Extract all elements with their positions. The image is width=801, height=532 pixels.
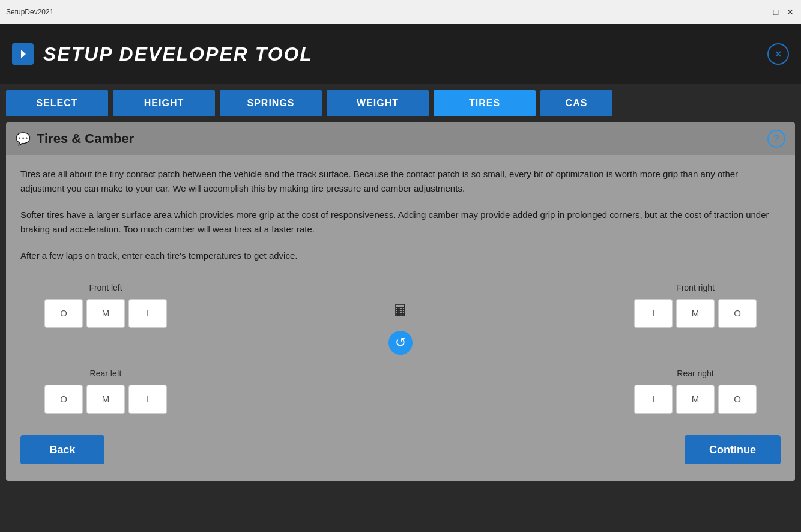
front-left-I-input[interactable]: I <box>128 299 167 328</box>
title-bar-text: SetupDev2021 <box>6 8 53 16</box>
tab-tires[interactable]: TIRES <box>434 90 536 116</box>
rear-left-inputs: O M I <box>44 385 167 414</box>
section-panel: 💬 Tires & Camber ? Tires are all about t… <box>6 122 795 481</box>
rear-left-M-input[interactable]: M <box>86 385 125 414</box>
tire-group-front-left: Front left O M I <box>44 281 167 328</box>
footer-buttons: Back Continue <box>20 426 781 469</box>
tab-select[interactable]: SELECT <box>6 90 108 116</box>
rear-right-label: Rear right <box>677 367 713 380</box>
content-area: 💬 Tires & Camber ? Tires are all about t… <box>0 116 801 532</box>
front-left-inputs: O M I <box>44 299 167 328</box>
section-header-left: 💬 Tires & Camber <box>16 131 134 147</box>
rear-right-I-input[interactable]: I <box>634 385 673 414</box>
front-left-M-input[interactable]: M <box>86 299 125 328</box>
rear-right-O-input[interactable]: O <box>718 385 757 414</box>
rear-left-label: Rear left <box>90 367 122 380</box>
tire-group-front-right: Front right I M O <box>634 281 757 328</box>
section-title: Tires & Camber <box>37 131 134 147</box>
tire-grid-rear: Rear left O M I Rear right I <box>20 367 781 414</box>
tab-springs[interactable]: SPRINGS <box>220 90 322 116</box>
tire-group-rear-right: Rear right I M O <box>634 367 757 414</box>
section-body: Tires are all about the tiny contact pat… <box>6 155 795 481</box>
help-button[interactable]: ? <box>767 130 785 148</box>
section-header: 💬 Tires & Camber ? <box>6 122 795 155</box>
title-bar: SetupDev2021 ― □ ✕ <box>0 0 801 24</box>
app-title: SETUP DEVELOPER TOOL <box>43 43 313 65</box>
nav-tabs: SELECT HEIGHT SPRINGS WEIGHT TIRES CAS <box>0 84 801 116</box>
minimize-button[interactable]: ― <box>757 7 766 17</box>
header-close-button[interactable]: × <box>767 43 789 65</box>
paragraph-2: Softer tires have a larger surface area … <box>20 208 781 237</box>
rear-left-I-input[interactable]: I <box>128 385 167 414</box>
front-left-label: Front left <box>89 281 122 294</box>
maximize-button[interactable]: □ <box>771 7 781 17</box>
svg-marker-0 <box>21 50 26 58</box>
app-container: SETUP DEVELOPER TOOL × SELECT HEIGHT SPR… <box>0 24 801 532</box>
calculator-icon: 🖩 <box>392 298 409 325</box>
paragraph-3: After a few laps on track, enter each ti… <box>20 249 781 263</box>
rear-left-O-input[interactable]: O <box>44 385 83 414</box>
continue-button[interactable]: Continue <box>685 435 781 464</box>
tab-height[interactable]: HEIGHT <box>113 90 215 116</box>
tab-weight[interactable]: WEIGHT <box>327 90 429 116</box>
back-button[interactable]: Back <box>20 435 104 464</box>
front-right-M-input[interactable]: M <box>676 299 715 328</box>
rear-right-M-input[interactable]: M <box>676 385 715 414</box>
rear-right-inputs: I M O <box>634 385 757 414</box>
chat-icon: 💬 <box>16 131 31 146</box>
front-right-I-input[interactable]: I <box>634 299 673 328</box>
tire-grid-front: Front left O M I 🖩 ↺ Front <box>20 281 781 355</box>
side-icons: 🖩 ↺ <box>388 298 413 355</box>
collapse-button[interactable] <box>12 43 34 65</box>
refresh-button[interactable]: ↺ <box>388 331 413 355</box>
paragraph-1: Tires are all about the tiny contact pat… <box>20 167 781 196</box>
close-button[interactable]: ✕ <box>785 7 795 17</box>
front-right-inputs: I M O <box>634 299 757 328</box>
front-left-O-input[interactable]: O <box>44 299 83 328</box>
app-header: SETUP DEVELOPER TOOL × <box>0 24 801 84</box>
title-bar-controls: ― □ ✕ <box>757 7 795 17</box>
tab-cas[interactable]: CAS <box>540 90 612 116</box>
front-right-label: Front right <box>676 281 715 294</box>
tire-group-rear-left: Rear left O M I <box>44 367 167 414</box>
front-right-O-input[interactable]: O <box>718 299 757 328</box>
